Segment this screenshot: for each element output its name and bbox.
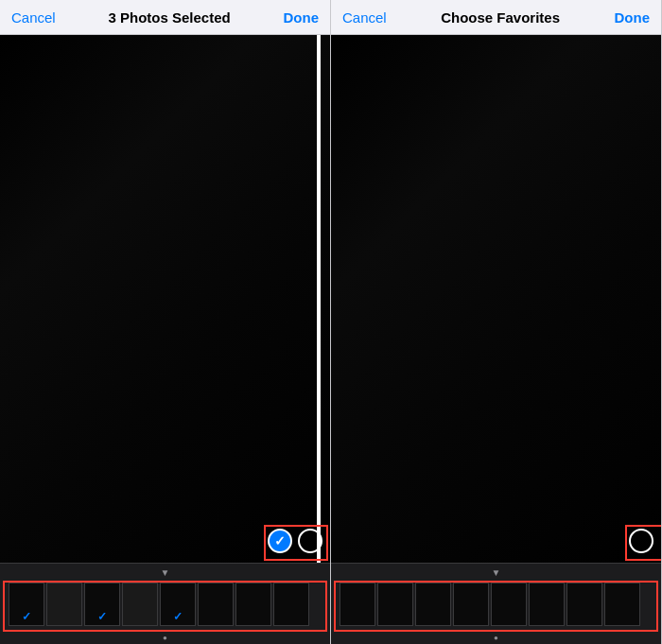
left-nav-bar: Cancel 3 Photos Selected Done (0, 0, 330, 35)
left-selection-area: ✓ (268, 529, 322, 553)
right-filmstrip-scroll[interactable] (336, 583, 656, 630)
left-filmstrip-area: ▼ ✓ ✓ ✓ (0, 563, 330, 644)
left-selected-circle[interactable]: ✓ (268, 529, 292, 553)
left-thumb-7[interactable] (235, 583, 271, 626)
thumb-check-5: ✓ (173, 610, 183, 623)
left-filmstrip-red-box: ✓ ✓ ✓ (3, 581, 327, 632)
right-panel: Cancel Choose Favorites Done ▼ (331, 0, 662, 644)
right-thumb-1[interactable] (340, 583, 375, 626)
thumb-check-3: ✓ (97, 610, 107, 623)
left-cancel-button[interactable]: Cancel (11, 9, 56, 26)
left-thumb-6[interactable] (198, 583, 234, 626)
right-thumb-7[interactable] (566, 583, 602, 626)
right-selection-area (629, 529, 653, 553)
left-thumb-1[interactable]: ✓ (9, 583, 44, 626)
right-cancel-button[interactable]: Cancel (342, 9, 387, 26)
right-filmstrip-area: ▼ ● (331, 563, 661, 644)
right-photo-area[interactable] (331, 35, 661, 563)
left-panel: Cancel 3 Photos Selected Done ✓ (0, 0, 331, 644)
left-thumb-5[interactable]: ✓ (160, 583, 196, 626)
right-done-button[interactable]: Done (614, 9, 650, 26)
right-empty-circle[interactable] (629, 529, 653, 553)
left-thumb-2[interactable] (46, 583, 82, 626)
checkmark-icon: ✓ (274, 533, 286, 548)
left-filmstrip-dot: ● (0, 634, 330, 642)
right-thumb-5[interactable] (491, 583, 527, 626)
right-filmstrip-dot: ● (331, 634, 661, 642)
left-main-photo: ✓ (0, 35, 330, 563)
right-filmstrip-red-box (334, 581, 658, 632)
right-nav-title: Choose Favorites (441, 9, 560, 26)
thumb-check-1: ✓ (22, 610, 31, 623)
divider-1 (317, 35, 321, 563)
left-done-button[interactable]: Done (283, 9, 319, 26)
left-filmstrip-scroll[interactable]: ✓ ✓ ✓ (5, 583, 325, 630)
left-photo-dividers (311, 35, 330, 563)
left-empty-circle[interactable] (298, 529, 322, 553)
right-thumb-3[interactable] (415, 583, 451, 626)
right-thumb-2[interactable] (377, 583, 413, 626)
left-thumb-8[interactable] (273, 583, 309, 626)
left-filmstrip-arrow: ▼ (0, 567, 330, 578)
left-nav-title: 3 Photos Selected (108, 9, 230, 26)
right-thumb-4[interactable] (453, 583, 489, 626)
right-thumb-8[interactable] (604, 583, 640, 626)
right-thumb-6[interactable] (529, 583, 565, 626)
right-filmstrip-arrow: ▼ (331, 567, 661, 578)
right-main-photo (331, 35, 661, 563)
left-thumb-4[interactable] (122, 583, 158, 626)
right-nav-bar: Cancel Choose Favorites Done (331, 0, 661, 35)
left-thumb-3[interactable]: ✓ (84, 583, 120, 626)
left-photo-area[interactable]: ✓ (0, 35, 330, 563)
